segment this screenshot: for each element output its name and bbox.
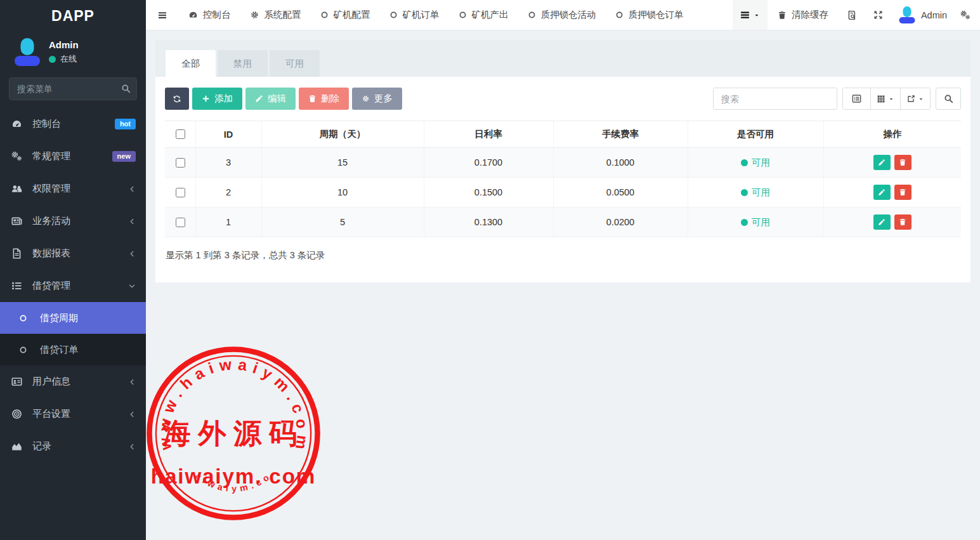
delete-button[interactable]: 删除 [299, 88, 349, 110]
detail-view-button[interactable] [843, 88, 871, 109]
chevron-left-icon [128, 218, 136, 225]
cell-id: 2 [195, 178, 261, 207]
clear-cache-button[interactable]: 清除缓存 [768, 9, 839, 21]
cell-daily-rate: 0.1700 [424, 148, 553, 178]
nav-item-label: 质押锁仓订单 [629, 9, 684, 21]
chevron-left-icon [128, 185, 136, 193]
sidebar-item-user-info[interactable]: 用户信息 [0, 365, 146, 398]
row-checkbox[interactable] [176, 158, 185, 168]
sidebar-item-platform[interactable]: 平台设置 [0, 398, 146, 430]
sidebar-item-lending[interactable]: 借贷管理 [0, 270, 146, 302]
sidebar-item-lending-period[interactable]: 借贷周期 [0, 302, 146, 334]
online-dot [49, 56, 56, 63]
cogs-icon [11, 151, 28, 162]
table-card: 添加 编辑 删除 更多 [155, 77, 970, 282]
nav-item-system-config[interactable]: 系统配置 [240, 0, 311, 30]
sidebar-item-console[interactable]: 控制台hot [0, 108, 146, 140]
user-panel: Admin 在线 [0, 32, 146, 71]
hamburger-icon[interactable] [146, 10, 179, 20]
table-search-input[interactable] [713, 88, 837, 110]
toolbar-left: 添加 编辑 删除 更多 [165, 88, 405, 110]
avatar-body [899, 17, 915, 23]
more-button[interactable]: 更多 [352, 88, 402, 110]
circle-icon [528, 11, 536, 19]
sidebar-item-business[interactable]: 业务活动 [0, 205, 146, 237]
fullscreen-icon[interactable] [865, 10, 891, 20]
export-button[interactable] [901, 88, 930, 109]
newspaper-icon [11, 216, 28, 227]
edit-button[interactable]: 编辑 [245, 88, 296, 110]
user-status: 在线 [49, 53, 79, 65]
sidebar-item-label: 用户信息 [32, 376, 128, 388]
search-icon [121, 84, 131, 93]
sidebar-item-permissions[interactable]: 权限管理 [0, 173, 146, 205]
tab-disabled[interactable]: 禁用 [218, 50, 268, 77]
row-delete-button[interactable] [894, 185, 911, 200]
tachometer-icon [188, 10, 198, 20]
sidebar-item-general[interactable]: 常规管理new [0, 140, 146, 173]
search-button[interactable] [936, 88, 961, 110]
content: 全部禁用可用 添加 编辑 [146, 30, 980, 540]
row-edit-button[interactable] [873, 185, 891, 200]
table-body: 3150.17000.1000可用2100.15000.0500可用150.13… [165, 148, 961, 237]
list-dropdown-toggle[interactable] [733, 0, 768, 30]
sidebar-item-label: 平台设置 [32, 408, 128, 420]
nav-item-pledge-orders[interactable]: 质押锁仓订单 [606, 0, 693, 30]
avatar [899, 6, 915, 23]
column-header: 手续费率 [553, 121, 688, 148]
tab-all[interactable]: 全部 [166, 50, 216, 77]
topnav-right: 清除缓存 Admin [733, 0, 980, 30]
sidebar-item-reports[interactable]: 数据报表 [0, 237, 146, 270]
column-header: 日利率 [424, 121, 553, 148]
nav-item-console[interactable]: 控制台 [179, 0, 240, 30]
row-checkbox[interactable] [176, 218, 185, 227]
refresh-button[interactable] [165, 88, 189, 110]
sidebar-item-label: 控制台 [32, 118, 115, 130]
column-header: 是否可用 [688, 121, 823, 148]
cell-id: 3 [195, 148, 261, 178]
row-select-cell [165, 148, 195, 178]
row-edit-button[interactable] [873, 214, 891, 230]
nav-item-miner-orders[interactable]: 矿机订单 [380, 0, 449, 30]
chartarea-icon [11, 441, 28, 452]
sidebar-item-lending-orders[interactable]: 借贷订单 [0, 334, 146, 365]
badge-new: new [112, 151, 136, 162]
row-checkbox[interactable] [176, 188, 185, 197]
row-delete-button[interactable] [894, 155, 911, 170]
status-dot [741, 219, 748, 226]
add-button[interactable]: 添加 [192, 88, 242, 110]
settings-gear-icon[interactable] [955, 10, 980, 20]
clear-cache-label: 清除缓存 [792, 9, 828, 21]
chevron-down-icon [128, 282, 136, 290]
nav-item-miner-config[interactable]: 矿机配置 [311, 0, 380, 30]
admin-name: Admin [921, 10, 947, 20]
table-row: 3150.17000.1000可用 [165, 148, 961, 178]
sidebar-item-records[interactable]: 记录 [0, 430, 146, 463]
sidebar-item-label: 权限管理 [32, 183, 128, 195]
tab-available[interactable]: 可用 [270, 50, 320, 77]
nav-item-pledge-activities[interactable]: 质押锁仓活动 [518, 0, 606, 30]
circle-icon [19, 346, 36, 354]
column-header: 周期（天） [261, 121, 424, 148]
status-label: 可用 [752, 157, 770, 169]
column-header: 操作 [823, 121, 961, 148]
sidebar-item-label: 常规管理 [32, 150, 112, 162]
toolbar: 添加 编辑 删除 更多 [155, 77, 970, 121]
circle-icon [615, 11, 624, 19]
row-delete-button[interactable] [894, 214, 911, 230]
nav-item-label: 矿机配置 [334, 9, 370, 21]
status-badge: 可用 [741, 157, 770, 169]
record-summary: 显示第 1 到第 3 条记录，总共 3 条记录 [155, 237, 970, 261]
chevron-left-icon [128, 411, 136, 418]
log-icon[interactable] [839, 10, 865, 20]
sidebar-search-input[interactable] [9, 77, 137, 100]
avatar [14, 38, 41, 66]
columns-button[interactable] [871, 88, 901, 109]
circle-icon [19, 314, 36, 322]
admin-menu[interactable]: Admin [891, 6, 955, 23]
topnav: 控制台系统配置矿机配置矿机订单矿机产出质押锁仓活动质押锁仓订单 清除缓存 Adm… [146, 0, 980, 30]
cell-period-days: 5 [261, 207, 424, 237]
row-edit-button[interactable] [873, 155, 891, 170]
nav-item-miner-output[interactable]: 矿机产出 [449, 0, 518, 30]
select-all-checkbox[interactable] [176, 129, 185, 139]
